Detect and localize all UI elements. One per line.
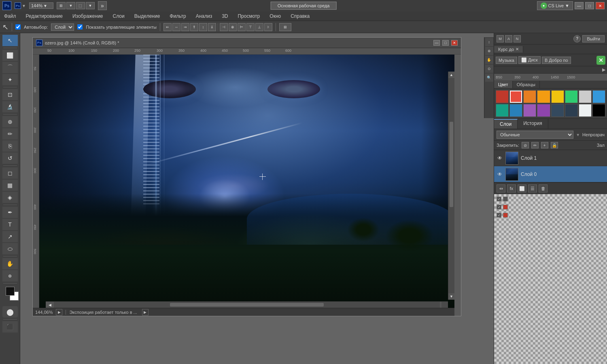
swatch-red-frame[interactable] (496, 90, 509, 103)
quick-icon-1[interactable]: M (497, 35, 504, 42)
swatch-teal[interactable] (496, 104, 509, 117)
layer-0-item[interactable]: 👁 Слой 0 (494, 166, 607, 182)
swatch-red[interactable] (509, 90, 522, 103)
history-brush-btn[interactable]: ↺ (2, 152, 18, 164)
swatch-gray[interactable] (579, 90, 592, 103)
move-tool-btn[interactable]: ↖ (2, 35, 18, 46)
swatch-navy[interactable] (551, 104, 564, 117)
course-tab-close[interactable]: ✕ (516, 47, 519, 51)
blend-mode-arrow[interactable]: ▼ (576, 133, 580, 137)
disk-link[interactable]: ⬜ Диск (518, 56, 541, 64)
canvas-area[interactable]: ◀ ▶ ▲ ▼ (39, 55, 454, 308)
shape-btn[interactable]: ⬭ (2, 243, 18, 254)
show-transform-checkbox[interactable] (77, 24, 83, 30)
menu-analyze[interactable]: Анализ (194, 13, 214, 20)
arrange-icon-1[interactable]: ⊞ (57, 2, 66, 9)
auto-select-dropdown[interactable]: Слой (51, 23, 74, 31)
lock-add-icon[interactable]: + (541, 142, 548, 148)
arrange-icon-4[interactable]: ▼ (86, 2, 95, 9)
status-next-btn[interactable]: ▶ (142, 309, 149, 315)
menu-window[interactable]: Окно (268, 13, 282, 20)
music-link[interactable]: Музыка (496, 57, 517, 64)
align-right-icon[interactable]: ⇒ (181, 23, 189, 31)
tab-color[interactable]: Цвет (494, 81, 513, 88)
swatch-orange[interactable] (523, 90, 536, 103)
help-btn[interactable]: ? (573, 35, 581, 42)
scrollbar-horizontal[interactable]: ◀ ▶ (46, 301, 448, 308)
color-swatches-fg-bg[interactable] (6, 287, 15, 296)
right-tool-3[interactable]: ✋ (485, 56, 493, 64)
scroll-up-btn[interactable]: ▲ (448, 72, 454, 78)
expand-panels-btn[interactable]: » (98, 1, 107, 10)
eyedropper-btn[interactable]: 🔬 (2, 101, 18, 112)
right-tool-1[interactable]: ↕ (485, 38, 493, 46)
menu-filter[interactable]: Фильтр (168, 13, 187, 20)
scroll-thumb-h[interactable] (170, 303, 324, 307)
swatch-light-gray[interactable] (579, 104, 592, 117)
collapse-arrow[interactable]: ▶ (602, 67, 605, 72)
quick-icon-2[interactable]: A (505, 35, 512, 42)
close-btn[interactable]: ✕ (596, 2, 605, 9)
swatch-purple[interactable] (523, 104, 536, 117)
screen-mode-btn[interactable]: ⬛ (2, 321, 18, 332)
canvas-image[interactable] (39, 55, 454, 308)
arrange-icon-3[interactable]: ⬚ (76, 2, 85, 9)
scroll-left-btn[interactable]: ◀ (46, 302, 54, 308)
green-btn[interactable]: ✕ (596, 56, 605, 65)
scrollbar-vertical[interactable]: ▲ ▼ (448, 72, 454, 300)
distribute-left-icon[interactable]: ⊣ (220, 23, 228, 31)
cs-live-btn[interactable]: ● CS Live ▼ (537, 1, 573, 10)
blur-btn[interactable]: ◈ (2, 192, 18, 203)
status-arrow-btn[interactable]: ▶ (56, 309, 62, 315)
distribute-top-icon[interactable]: ⊤ (246, 23, 255, 31)
menu-file[interactable]: Файл (2, 13, 18, 20)
align-left-icon[interactable]: ⇐ (163, 23, 172, 31)
doc-maximize-btn[interactable]: □ (442, 40, 449, 46)
menu-edit[interactable]: Редактирование (24, 13, 64, 20)
scroll-down-btn[interactable]: ▼ (448, 293, 454, 300)
blend-mode-dropdown[interactable]: Обычные (497, 131, 573, 139)
layer-1-item[interactable]: 👁 Слой 1 (494, 150, 607, 166)
layer-1-visibility[interactable]: 👁 (497, 155, 503, 161)
link-layers-btn[interactable]: ⇔ (497, 184, 505, 193)
menu-help[interactable]: Справка (289, 13, 311, 20)
align-bottom-icon[interactable]: ⇓ (208, 23, 216, 31)
right-tool-2[interactable]: ⊕ (485, 47, 493, 55)
swatch-blue[interactable] (592, 90, 605, 103)
select-rect-btn[interactable]: ⬜ (2, 50, 18, 61)
move-tool-icon-options[interactable]: ↖ (2, 23, 8, 32)
hand-btn[interactable]: ✋ (2, 258, 18, 269)
spot-heal-btn[interactable]: ⊕ (2, 116, 18, 127)
layer-0-visibility[interactable]: 👁 (497, 171, 503, 178)
add-mask-btn[interactable]: ⬜ (518, 184, 526, 193)
swatch-yellow[interactable] (551, 90, 564, 103)
doc-minimize-btn[interactable]: — (433, 40, 440, 46)
magic-wand-btn[interactable]: ✦ (2, 74, 18, 85)
tab-swatches[interactable]: Образцы (513, 81, 540, 88)
lock-position-icon[interactable]: ✏ (531, 142, 539, 148)
swatch-green[interactable] (565, 90, 578, 103)
add-layer-style-btn[interactable]: fx (507, 184, 516, 193)
eraser-btn[interactable]: ◻ (2, 167, 18, 179)
document-window[interactable]: Ps ozero.jpg @ 144% (Слой 0, RGB/8) * — … (32, 37, 461, 316)
clone-btn[interactable]: ⎘ (2, 140, 18, 152)
delete-layer-btn[interactable]: 🗑 (539, 184, 548, 193)
text-btn[interactable]: T (2, 219, 18, 230)
menu-select[interactable]: Выделение (133, 13, 162, 20)
swatch-black[interactable] (592, 104, 605, 117)
auto-select-checkbox[interactable] (15, 24, 21, 30)
align-top-icon[interactable]: ⇑ (190, 23, 198, 31)
swatch-yellow-orange[interactable] (537, 90, 550, 103)
lock-pixels-icon[interactable]: ⊘ (522, 142, 529, 148)
menu-3d[interactable]: 3D (220, 13, 229, 20)
right-tool-4[interactable]: ⊙ (485, 65, 493, 73)
pen-btn[interactable]: ✒ (2, 207, 18, 218)
right-tool-5[interactable]: 🔍 (485, 74, 493, 82)
swatch-dark-navy[interactable] (565, 104, 578, 117)
course-tab[interactable]: Курс до ✕ (494, 46, 523, 53)
menu-layers[interactable]: Слои (111, 13, 126, 20)
path-select-btn[interactable]: ↗ (2, 231, 18, 242)
brush-btn[interactable]: ✏ (2, 128, 18, 140)
gradient-btn[interactable]: ▦ (2, 180, 18, 191)
swatch-dark-blue[interactable] (509, 104, 522, 117)
